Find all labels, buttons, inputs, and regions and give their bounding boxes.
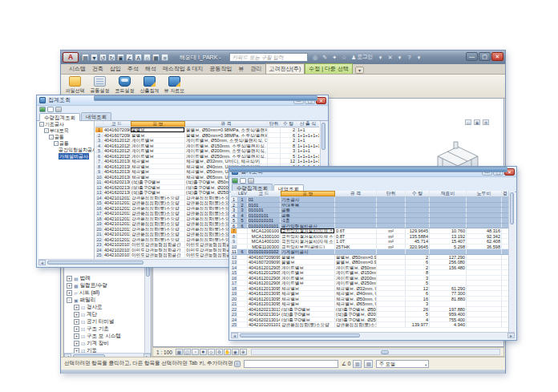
cell-lev[interactable]: 6 [237, 249, 248, 254]
browser-item-공기 터미널[interactable]: +⊡공기 터미널 [65, 318, 144, 325]
cell-code[interactable]: 40416120129061 [103, 154, 131, 159]
cell-material-cost[interactable]: 13.192 [430, 234, 467, 239]
cell-lev[interactable]: 3 [237, 208, 248, 212]
cell-code[interactable]: 40416072090994 [248, 260, 281, 265]
cell-code[interactable]: 0101 [248, 203, 281, 208]
cell-unit[interactable]: m² [377, 239, 406, 244]
column-header-0[interactable]: LEV [237, 191, 248, 196]
tab-5[interactable]: 매스작업 & 대지 [160, 64, 207, 74]
cell-lev[interactable] [237, 239, 248, 244]
cell-spec[interactable]: (석)출구O밸브, Ø50mm×0.98MPa, 카 [335, 307, 377, 312]
cell-labor-cost[interactable] [467, 281, 502, 285]
view-bar-icon-3[interactable]: ✸ [200, 349, 207, 355]
cell-name[interactable]: 아연도강관능형접합공간 [131, 253, 185, 257]
cell-code[interactable]: 40416120130955 [103, 159, 131, 164]
cell-lev[interactable] [237, 301, 248, 306]
cell-name[interactable]: 체크밸브 [131, 169, 185, 174]
search-input[interactable]: 키워드 또는 구절 입력 [229, 53, 308, 62]
cell-spec[interactable]: 볼밸브, Ø50mm×0.98MPa, 소켓식/카 [335, 255, 377, 260]
cell-code[interactable]: 4041612012905A [103, 138, 131, 143]
browser-item-기계 장비[interactable]: +⊡기계 장비 [65, 340, 144, 347]
expand-icon[interactable]: + [74, 333, 79, 339]
cell-code[interactable]: 4041612012905A [248, 265, 281, 270]
grid-icon[interactable] [229, 167, 507, 172]
cell-spec[interactable]: 볼밸브, Ø50mm×0.98MPa, 소켓식/플랜지-카 [185, 127, 268, 132]
cell-qty[interactable]: 2 [406, 255, 430, 260]
browser-item-패밀리[interactable]: -▣패밀리 [65, 297, 144, 304]
cell-formula[interactable]: 1+1 [297, 127, 319, 132]
cell-material-cost[interactable]: 4.940 [430, 322, 467, 327]
cell-lev[interactable] [237, 291, 248, 296]
cell-code[interactable]: 40416120129055 [103, 143, 131, 148]
cell-unit[interactable] [377, 281, 406, 285]
cell-qty[interactable]: 2 [281, 138, 297, 143]
cell-lev[interactable] [237, 228, 248, 233]
cell-labor-cost[interactable] [467, 208, 502, 212]
tab-4[interactable]: 해석 [142, 64, 160, 74]
work-breakdown-tree[interactable]: -기초공사-부대토목-공통-공통공간익형설치공사가체설비공사 [38, 121, 95, 260]
cell-name[interactable]: 체크밸브 [131, 175, 185, 180]
open-icon[interactable]: ▤ [82, 54, 89, 61]
cell-code[interactable]: 40416120129061 [248, 281, 281, 285]
cell-material-cost[interactable] [430, 213, 467, 218]
cell-spec[interactable]: 체크밸브, Ø40mm, U/바디, 체크식/카 [335, 291, 377, 296]
infocenter-toolbar[interactable]: ◎✎✦☆♟ [312, 55, 358, 61]
cell-spec[interactable]: 게이트밸브, Ø250mm, 소켓식/플랜지식, 카 [335, 281, 377, 285]
ribbon-button-공통설정[interactable]: 공통설정 [87, 75, 112, 97]
cell-name[interactable]: 볼밸브 [131, 127, 185, 132]
cell-unit[interactable]: m² [377, 234, 406, 239]
cell-name[interactable]: 강관용접접합(봉)소요량 [131, 206, 185, 211]
cell-labor-cost[interactable] [467, 322, 502, 327]
cell-name[interactable]: 강관용접접합(봉)소요량 [281, 322, 335, 327]
cell-qty[interactable] [406, 208, 430, 212]
section-icon[interactable]: ▦ [152, 54, 160, 61]
cell-material-cost[interactable]: 10.760 [430, 228, 467, 233]
cell-name[interactable]: 극한악지철거설치(자재 소요량률) [281, 239, 335, 244]
view-bar-icon-4[interactable]: ◇ [208, 349, 215, 355]
tree-item-공통[interactable]: -공통 [38, 134, 94, 140]
cell-name[interactable]: 강관용접접합(봉)소요량 [131, 237, 185, 242]
cell-material-cost[interactable]: 959.400 [430, 312, 467, 317]
cell-qty[interactable] [406, 197, 430, 202]
tab-2[interactable]: 삽입 [107, 64, 124, 74]
drawing-hscrollbar[interactable] [251, 349, 500, 355]
cell-name[interactable]: 게이트밸브 [281, 270, 335, 275]
print-icon[interactable] [55, 107, 62, 112]
cell-labor-cost[interactable] [467, 218, 502, 223]
cell-name[interactable]: 기초공사 [281, 197, 335, 202]
cell-lev[interactable] [237, 286, 248, 291]
scroll-thumb[interactable] [381, 350, 389, 354]
cell-material-cost[interactable] [430, 270, 467, 275]
cell-spec[interactable] [335, 213, 377, 218]
cell-name[interactable]: 강관용접접합(봉)소요량 [131, 232, 185, 236]
table-vscrollbar[interactable] [508, 191, 515, 333]
cell-name[interactable]: 체크밸브 [131, 159, 185, 164]
cell-spec[interactable] [335, 197, 377, 202]
cell-code[interactable]: 40421020107014 [103, 242, 131, 247]
tab-7[interactable]: 뷰 [236, 64, 248, 74]
column-header-4[interactable]: 수 량 [281, 121, 297, 127]
cell-material-cost[interactable] [430, 224, 467, 228]
cell-formula[interactable]: 1+1 [297, 138, 319, 143]
cell-name[interactable]: 강관용접접합(봉)소요량 [131, 211, 185, 216]
cell-name[interactable]: 강관용접접합(봉)소요량 [131, 200, 185, 205]
cell-unit[interactable] [377, 286, 406, 291]
cell-lev[interactable] [237, 265, 248, 270]
cell-qty[interactable]: 3 [406, 301, 430, 306]
cell-name[interactable]: 공통 [281, 208, 335, 212]
cell-code[interactable]: 40421012011016 [248, 322, 281, 327]
tab-내역조회[interactable]: 내역조회 [81, 112, 111, 120]
cell-name[interactable]: 체크밸브 [281, 301, 335, 306]
table-row[interactable]: 2540421012011016강관용접접합(봉)소요량강관용접접합(봉)소요량… [231, 322, 509, 328]
cell-material-cost[interactable]: 256.080 [430, 260, 467, 265]
browser-item-구조 기초[interactable]: +⊡구조 기초 [65, 325, 144, 333]
cell-code[interactable]: 40416120129060 [103, 148, 131, 153]
cell-code[interactable]: 40421012011046 [103, 221, 131, 226]
list-icon[interactable]: ≡ [161, 54, 168, 61]
cell-name[interactable]: 체크밸브 [281, 297, 335, 301]
print-icon[interactable] [248, 178, 254, 184]
cell-material-cost[interactable]: 5.298 [430, 244, 467, 249]
browser-item-시트 (all)[interactable]: +▱시트 (all) [65, 289, 144, 297]
cell-unit[interactable] [377, 255, 406, 260]
cell-material-cost[interactable]: 755.400 [430, 317, 467, 322]
